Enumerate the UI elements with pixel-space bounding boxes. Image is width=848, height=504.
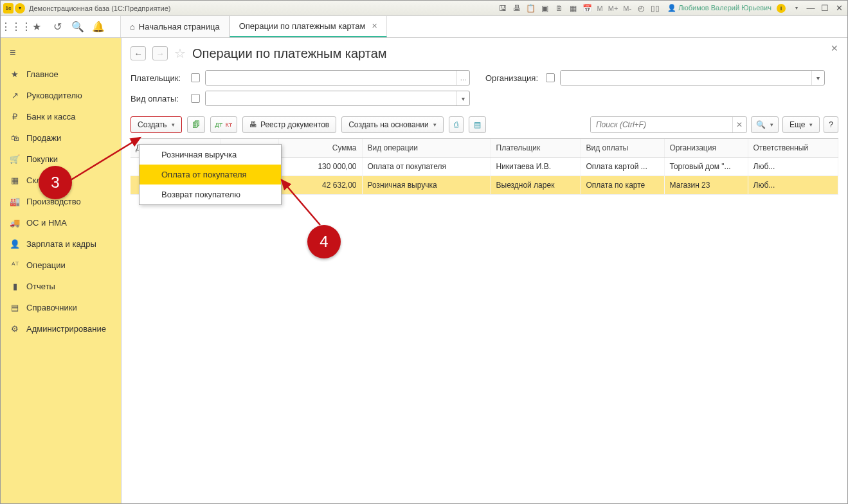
history-icon[interactable]: ↺ xyxy=(51,21,64,33)
truck-icon: 🚚 xyxy=(10,218,20,228)
sidebar: ≡ ★Главное ↗Руководителю ₽Банк и касса 🛍… xyxy=(1,38,122,503)
col-org[interactable]: Организация xyxy=(664,139,748,158)
chart-icon: 🏭 xyxy=(10,197,20,206)
sidebar-item-reference[interactable]: ▤Справочники xyxy=(1,297,121,318)
app-menu-dropdown[interactable]: ▾ xyxy=(15,3,25,14)
col-op[interactable]: Вид операции xyxy=(362,139,491,158)
clipboard-icon[interactable]: 📋 xyxy=(525,3,537,14)
payer-filter-label: Плательщик: xyxy=(131,73,186,83)
col-resp[interactable]: Ответственный xyxy=(748,139,838,158)
dt-kt-icon: ᴬᵀ xyxy=(10,260,20,270)
user-name[interactable]: 👤 Любимов Валерий Юрьевич xyxy=(667,4,771,12)
caret-down-icon: ▾ xyxy=(172,122,175,128)
sidebar-item-assets[interactable]: 🚚ОС и НМА xyxy=(1,212,121,233)
star-icon: ★ xyxy=(10,69,20,79)
annotation-marker-3: 3 xyxy=(39,166,72,199)
dt-kt-button[interactable]: ДᴛКᴛ xyxy=(210,116,237,133)
info-icon[interactable]: i xyxy=(777,4,786,13)
col-payer[interactable]: Плательщик xyxy=(491,139,581,158)
search-input[interactable] xyxy=(591,117,732,132)
clear-search-icon[interactable]: ✕ xyxy=(732,117,746,132)
search-icon[interactable]: 🔍 xyxy=(71,21,84,33)
sidebar-item-main[interactable]: ★Главное xyxy=(1,64,121,85)
chevron-down-icon[interactable]: ▾ xyxy=(456,91,469,105)
copy-button[interactable]: 🗐 xyxy=(187,116,205,133)
memory-mminus[interactable]: M- xyxy=(622,4,633,12)
org-filter-input[interactable] xyxy=(561,71,811,85)
main-panel: ✕ ← → ☆ Операции по платежным картам Пла… xyxy=(122,38,847,503)
search-box[interactable]: ✕ xyxy=(590,116,747,133)
bars-icon: ▮ xyxy=(10,282,20,291)
sidebar-item-bank[interactable]: ₽Банк и касса xyxy=(1,106,121,127)
sidebar-item-admin[interactable]: ⚙Администрирование xyxy=(1,318,121,339)
titlebar: 1c ▾ Демонстрационная база (1С:Предприят… xyxy=(1,1,847,16)
ellipsis-icon[interactable]: … xyxy=(456,71,469,85)
payer-filter-combo[interactable]: … xyxy=(205,70,470,86)
favorite-toggle-icon[interactable]: ☆ xyxy=(174,46,186,61)
print-icon: 🖶 xyxy=(249,120,257,129)
chevron-down-icon[interactable]: ▾ xyxy=(811,71,824,85)
calendar-icon[interactable]: 📅 xyxy=(582,3,593,14)
page-close-icon[interactable]: ✕ xyxy=(831,43,838,53)
memory-m[interactable]: M xyxy=(596,4,604,12)
sidebar-toggle[interactable]: ≡ xyxy=(1,42,121,64)
close-button[interactable]: ✕ xyxy=(833,3,845,14)
gear-icon: ⚙ xyxy=(10,324,20,334)
book-icon: ▤ xyxy=(10,303,20,312)
print-icon[interactable]: 🖶 xyxy=(511,3,523,14)
sidebar-item-manager[interactable]: ↗Руководителю xyxy=(1,85,121,106)
panel-icon[interactable]: ▯▯ xyxy=(649,3,661,14)
org-filter-checkbox[interactable] xyxy=(546,73,555,82)
home-icon: ⌂ xyxy=(130,22,135,32)
apps-icon[interactable]: ⋮⋮⋮ xyxy=(10,21,23,33)
tab-operations[interactable]: Операции по платежным картам ✕ xyxy=(230,16,388,37)
create-button[interactable]: Создать▾ xyxy=(131,116,182,133)
dropdown-item-payment[interactable]: Оплата от покупателя xyxy=(140,165,281,184)
org-filter-combo[interactable]: ▾ xyxy=(560,70,825,86)
save-icon[interactable]: 🖫 xyxy=(497,3,509,14)
doc-icon[interactable]: 🗎 xyxy=(554,3,565,14)
trend-icon: ↗ xyxy=(10,91,20,100)
bell-icon[interactable]: 🔔 xyxy=(92,21,105,33)
caret-down-icon: ▾ xyxy=(433,122,437,128)
info-caret[interactable]: ▾ xyxy=(791,3,802,14)
sidebar-item-reports[interactable]: ▮Отчеты xyxy=(1,276,121,297)
nav-back-button[interactable]: ← xyxy=(131,46,146,60)
search-button[interactable]: 🔍▾ xyxy=(751,116,779,133)
type-filter-label: Вид оплаты: xyxy=(131,94,186,104)
tab-close-icon[interactable]: ✕ xyxy=(372,22,377,30)
person-icon: 👤 xyxy=(10,239,20,249)
more-button[interactable]: Еще▾ xyxy=(782,116,820,133)
payer-filter-checkbox[interactable] xyxy=(191,73,200,82)
type-filter-input[interactable] xyxy=(206,91,456,105)
cart-icon: 🛒 xyxy=(10,154,20,164)
payer-filter-input[interactable] xyxy=(206,71,456,85)
dropdown-item-retail[interactable]: Розничная выручка xyxy=(140,145,281,165)
grid-icon: ▦ xyxy=(10,176,20,185)
bag-icon: 🛍 xyxy=(10,133,20,143)
type-filter-combo[interactable]: ▾ xyxy=(205,91,470,106)
maximize-button[interactable]: ☐ xyxy=(819,3,831,14)
memory-mplus[interactable]: M+ xyxy=(607,4,620,12)
type-filter-checkbox[interactable] xyxy=(191,94,200,103)
sidebar-item-sales[interactable]: 🛍Продажи xyxy=(1,127,121,148)
favorites-icon[interactable]: ★ xyxy=(30,21,43,33)
wait-icon[interactable]: ◴ xyxy=(635,3,647,14)
tab-home[interactable]: ⌂ Начальная страница xyxy=(120,16,230,37)
sidebar-item-payroll[interactable]: 👤Зарплата и кадры xyxy=(1,233,121,255)
col-ptype[interactable]: Вид оплаты xyxy=(581,139,664,158)
registry-button[interactable]: 🖶Реестр документов xyxy=(242,116,336,133)
nav-forward-button[interactable]: → xyxy=(152,46,168,60)
tab-operations-label: Операции по платежным картам xyxy=(239,21,366,31)
col-sum[interactable]: Сумма xyxy=(278,139,362,158)
calc-icon[interactable]: ▦ xyxy=(568,3,579,14)
list-button[interactable]: ▤ xyxy=(469,116,486,133)
sidebar-item-operations[interactable]: ᴬᵀОперации xyxy=(1,255,121,276)
minimize-button[interactable]: — xyxy=(805,3,816,14)
compare-icon[interactable]: ▣ xyxy=(539,3,551,14)
dropdown-item-return[interactable]: Возврат покупателю xyxy=(140,184,281,204)
tab-home-label: Начальная страница xyxy=(139,22,220,32)
tree-button[interactable]: ⎙ xyxy=(449,116,464,133)
create-based-button[interactable]: Создать на основании▾ xyxy=(341,116,444,133)
help-button[interactable]: ? xyxy=(824,116,838,133)
